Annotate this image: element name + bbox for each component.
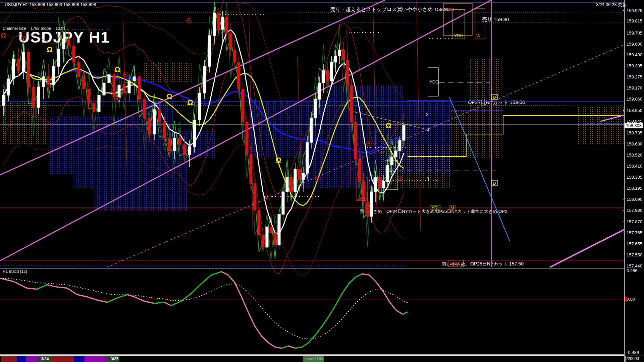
axis-tick-mark: [623, 222, 625, 222]
axis-tick-label: 159.600: [627, 42, 642, 47]
axis-tick-label: 158.950: [627, 108, 642, 113]
axis-tick-label: 159.490: [627, 52, 642, 57]
axis-tick-mark: [623, 177, 625, 177]
svg-text:M: M: [450, 205, 454, 210]
macd-zero-marker: [625, 297, 627, 301]
timeline-period-block[interactable]: [1, 356, 17, 362]
svg-text:3: 3: [427, 176, 429, 181]
axis-tick-mark: [623, 44, 625, 44]
axis-tick-label: 158.195: [627, 186, 642, 191]
axis-tick-label: 159.815: [627, 18, 642, 23]
axis-tick-label: 159.705: [627, 31, 642, 36]
axis-tick-label: 159.925: [627, 8, 642, 13]
axis-tick-mark: [623, 199, 625, 199]
timeline-label-date1: 3/24: [41, 357, 49, 361]
macd-axis-label: 0.266: [627, 268, 638, 273]
axis-tick-mark: [623, 33, 625, 33]
svg-text:YDH: YDH: [454, 33, 463, 38]
svg-text:YDC: YDC: [386, 168, 395, 173]
trading-terminal: { "header": { "symbol_line": "USDJPY,H1 …: [0, 0, 644, 362]
axis-tick-mark: [623, 21, 625, 21]
timeline-period-block[interactable]: [85, 356, 105, 362]
timeline-period-block[interactable]: [26, 356, 38, 362]
svg-text:D: D: [493, 181, 496, 186]
axis-tick-label: 157.980: [627, 208, 642, 213]
axis-tick-label: 158.410: [627, 164, 642, 169]
axis-tick-mark: [623, 233, 625, 233]
axis-tick-label: 159.060: [627, 97, 642, 102]
axis-tick-label: 157.765: [627, 230, 642, 235]
axis-tick-mark: [623, 10, 625, 11]
axis-tick-mark: [623, 110, 625, 111]
timeline-period-block[interactable]: [17, 356, 26, 362]
axis-tick-mark: [623, 266, 625, 266]
volume-box: 220000: [625, 356, 644, 362]
svg-text:Ω: Ω: [275, 156, 281, 164]
timeline-label-macd_on: macd ON: [305, 357, 323, 361]
svg-text:LWL: LWL: [449, 261, 458, 266]
axis-tick-label: 157.870: [627, 219, 642, 224]
axis-tick-label: 158.735: [627, 130, 642, 135]
svg-text:Ω: Ω: [47, 45, 53, 54]
price-axis[interactable]: 159.925159.815159.705159.600159.490159.3…: [624, 0, 644, 362]
svg-text:D: D: [493, 95, 496, 100]
main-chart-canvas[interactable]: ΩΩΩΩΩΩΩLWHYDHWYDOYDCLMHYDLMLWLDD213: [0, 0, 625, 362]
axis-tick-mark: [623, 55, 625, 55]
axis-tick-label: 158.520: [627, 153, 642, 158]
axis-tick-mark: [623, 255, 625, 255]
svg-text:1: 1: [427, 127, 429, 132]
axis-tick-label: 158.305: [627, 175, 642, 180]
axis-tick-mark: [623, 188, 625, 188]
axis-tick-mark: [623, 210, 625, 210]
svg-text:Ω: Ω: [166, 92, 172, 101]
axis-tick-mark: [623, 155, 625, 155]
axis-tick-mark: [623, 133, 625, 133]
svg-text:Ω: Ω: [385, 121, 391, 130]
axis-tick-label: 158.630: [627, 141, 642, 146]
svg-text:Ω: Ω: [114, 65, 120, 74]
svg-text:Ω: Ω: [187, 98, 193, 107]
axis-tick-mark: [623, 77, 625, 77]
axis-tick-mark: [623, 166, 625, 166]
timeline-period-block[interactable]: [74, 356, 85, 362]
svg-text:2: 2: [426, 112, 428, 117]
axis-tick-label: 159.275: [627, 74, 642, 79]
timeline-period-block[interactable]: [51, 356, 74, 362]
svg-text:LMH: LMH: [358, 196, 367, 201]
current-price-box: 158.808: [625, 123, 643, 128]
macd-axis-label: -0.489: [627, 350, 639, 355]
axis-tick-mark: [623, 144, 625, 144]
svg-text:W: W: [476, 33, 481, 38]
axis-tick-label: 159.385: [627, 63, 642, 68]
timeline-bar[interactable]: 3/243/25macd ON: [0, 355, 625, 362]
axis-tick-label: 158.090: [627, 197, 642, 202]
axis-tick-mark: [623, 244, 625, 244]
axis-tick-label: 157.655: [627, 241, 642, 246]
axis-tick-label: 157.440: [627, 263, 642, 268]
axis-tick-label: 159.170: [627, 85, 642, 90]
axis-tick-mark: [623, 99, 625, 99]
timeline-label-date2: 3/25: [111, 357, 118, 361]
macd-axis-label: 0.00: [627, 297, 635, 302]
axis-tick-mark: [623, 66, 625, 66]
axis-tick-label: 157.550: [627, 252, 642, 257]
axis-tick-mark: [623, 121, 625, 121]
axis-tick-mark: [623, 88, 625, 88]
svg-text:Ω: Ω: [1, 32, 6, 39]
svg-text:YDO: YDO: [429, 79, 439, 84]
svg-text:YDL: YDL: [431, 205, 440, 210]
